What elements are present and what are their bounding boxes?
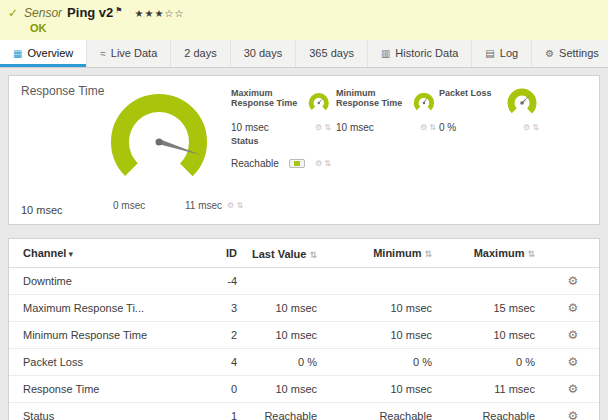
tab-label: Live Data xyxy=(111,40,157,67)
cell-channel: Status xyxy=(9,410,192,420)
column-label: Channel xyxy=(23,247,66,259)
mini-gauge-title: Packet Loss xyxy=(439,86,492,98)
cell-last-value: 0 % xyxy=(237,356,317,368)
object-kind-label: Sensor xyxy=(24,6,62,20)
gauge-option-icons[interactable]: ⚙ ⇅ xyxy=(420,123,436,132)
gauge-scale-max: 11 msec xyxy=(185,200,222,211)
channel-settings-gear-icon[interactable]: ⚙ xyxy=(568,382,579,396)
column-label: Minimum xyxy=(373,247,421,259)
mini-gauge-value: 10 msec xyxy=(336,122,374,133)
cell-channel: Minimum Response Time xyxy=(9,329,192,341)
historic-data-icon: ▥ xyxy=(381,40,390,67)
main-gauge-title: Response Time xyxy=(21,84,104,98)
main-content: Response Time 0 msec 11 msec ⚙ ⇅ 10 msec… xyxy=(0,68,608,420)
cell-id: 3 xyxy=(192,302,237,314)
overview-icon: ▦ xyxy=(13,40,22,67)
cell-minimum: 10 msec xyxy=(317,383,432,395)
tab-365-days[interactable]: 365 days xyxy=(296,40,368,67)
cell-maximum: 0 % xyxy=(432,356,547,368)
tab-2-days[interactable]: 2 days xyxy=(171,40,230,67)
sort-icon: ⇅ xyxy=(527,249,535,259)
cell-minimum: 10 msec xyxy=(317,329,432,341)
channel-settings-gear-icon[interactable]: ⚙ xyxy=(568,355,579,369)
channel-settings-gear-icon[interactable]: ⚙ xyxy=(568,301,579,315)
column-label: Last Value xyxy=(252,248,306,260)
column-header-id[interactable]: ID xyxy=(192,247,237,259)
cell-minimum: 0 % xyxy=(317,356,432,368)
gauge-option-icons[interactable]: ⚙ ⇅ xyxy=(523,123,539,132)
cell-maximum: 11 msec xyxy=(432,383,547,395)
cell-minimum: Reachable xyxy=(317,410,432,420)
priority-stars[interactable]: ★★★☆☆ xyxy=(135,8,185,19)
column-label: ID xyxy=(226,247,237,259)
status-indicator-icon xyxy=(289,159,305,168)
mini-gauge-value: 10 msec xyxy=(231,122,269,133)
tab-label: 30 days xyxy=(244,40,283,67)
cell-id: 1 xyxy=(192,410,237,420)
tab-label: Log xyxy=(500,40,518,67)
cell-last-value: 10 msec xyxy=(237,329,317,341)
tab-label: 365 days xyxy=(309,40,354,67)
gauge-option-icons[interactable]: ⚙ ⇅ xyxy=(315,159,331,168)
channel-table: Channel▾ ID Last Value⇅ Minimum⇅ Maximum… xyxy=(8,238,600,420)
table-row[interactable]: Downtime -4 ⚙ xyxy=(9,268,599,295)
cell-maximum: Reachable xyxy=(432,410,547,420)
tab-label: Overview xyxy=(27,40,73,67)
table-row[interactable]: Packet Loss 4 0 % 0 % 0 % ⚙ xyxy=(9,349,599,376)
table-row[interactable]: Maximum Response Ti... 3 10 msec 10 msec… xyxy=(9,295,599,322)
sensor-header: ✓ Sensor Ping v2 ⚑ ★★★☆☆ OK xyxy=(0,0,608,40)
tab-settings[interactable]: ⚙ Settings xyxy=(532,40,608,67)
cell-maximum: 15 msec xyxy=(432,302,547,314)
gauge-option-icons[interactable]: ⚙ ⇅ xyxy=(315,123,331,132)
live-data-icon: ≈ xyxy=(100,40,106,67)
gauge-option-icons[interactable]: ⚙ ⇅ xyxy=(227,201,243,210)
tab-historic-data[interactable]: ▥ Historic Data xyxy=(368,40,472,67)
mini-gauge-title: Minimum Response Time xyxy=(336,86,412,108)
sort-down-icon: ▾ xyxy=(68,249,73,259)
column-header-minimum[interactable]: Minimum⇅ xyxy=(317,247,432,259)
cell-channel: Response Time xyxy=(9,383,192,395)
sort-icon: ⇅ xyxy=(424,249,432,259)
cell-id: -4 xyxy=(192,275,237,287)
priority-flag-icon[interactable]: ⚑ xyxy=(115,6,122,15)
gauge-scale-min: 0 msec xyxy=(113,200,145,211)
channel-settings-gear-icon[interactable]: ⚙ xyxy=(568,328,579,342)
column-label: Maximum xyxy=(474,247,525,259)
min-response-gauge xyxy=(412,86,436,120)
cell-id: 2 xyxy=(192,329,237,341)
cell-channel: Downtime xyxy=(9,275,192,287)
column-header-channel[interactable]: Channel▾ xyxy=(9,247,192,259)
status-title: Status xyxy=(231,134,259,146)
mini-gauge-max-response: Maximum Response Time 10 msec ⚙ ⇅ xyxy=(231,86,331,133)
table-row[interactable]: Minimum Response Time 2 10 msec 10 msec … xyxy=(9,322,599,349)
mini-gauge-value: 0 % xyxy=(439,122,456,133)
column-header-last-value[interactable]: Last Value⇅ xyxy=(237,247,317,262)
gauge-panel: Response Time 0 msec 11 msec ⚙ ⇅ 10 msec… xyxy=(8,75,600,225)
tab-log[interactable]: ▤ Log xyxy=(472,40,532,67)
cell-id: 0 xyxy=(192,383,237,395)
tab-label: Settings xyxy=(559,40,599,67)
table-row[interactable]: Response Time 0 10 msec 10 msec 11 msec … xyxy=(9,376,599,403)
channel-settings-gear-icon[interactable]: ⚙ xyxy=(568,274,579,288)
tab-30-days[interactable]: 30 days xyxy=(231,40,297,67)
tab-live-data[interactable]: ≈ Live Data xyxy=(87,40,171,67)
channel-settings-gear-icon[interactable]: ⚙ xyxy=(568,409,579,420)
mini-gauge-title: Maximum Response Time xyxy=(231,86,307,108)
cell-last-value: Reachable xyxy=(237,410,317,420)
table-row[interactable]: Status 1 Reachable Reachable Reachable ⚙ xyxy=(9,403,599,420)
status-value: Reachable xyxy=(231,158,279,169)
cell-last-value: 10 msec xyxy=(237,302,317,314)
gear-icon: ⚙ xyxy=(545,40,554,67)
cell-id: 4 xyxy=(192,356,237,368)
column-header-maximum[interactable]: Maximum⇅ xyxy=(432,247,547,259)
mini-gauge-min-response: Minimum Response Time 10 msec ⚙ ⇅ xyxy=(336,86,436,133)
main-gauge-value: 10 msec xyxy=(21,204,63,216)
tab-overview[interactable]: ▦ Overview xyxy=(0,40,87,67)
max-response-gauge xyxy=(307,86,331,120)
status-badge: OK xyxy=(30,22,47,34)
cell-maximum: 10 msec xyxy=(432,329,547,341)
packet-loss-gauge xyxy=(505,86,539,120)
response-time-gauge xyxy=(103,86,215,198)
table-header-row: Channel▾ ID Last Value⇅ Minimum⇅ Maximum… xyxy=(9,239,599,268)
page-title: Ping v2 xyxy=(67,5,113,20)
